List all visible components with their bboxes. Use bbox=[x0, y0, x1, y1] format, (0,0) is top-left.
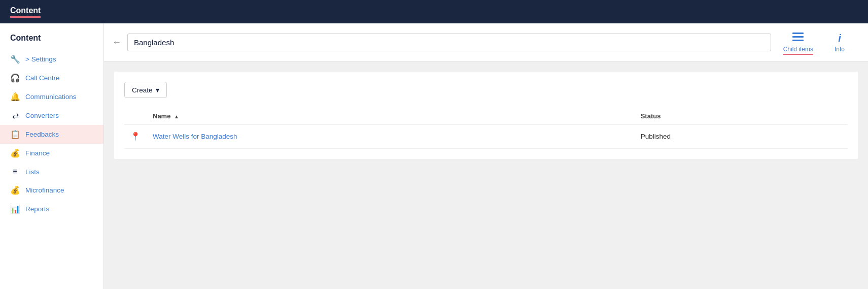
create-button-label: Create bbox=[132, 86, 153, 94]
pin-icon: 📍 bbox=[130, 132, 141, 141]
microfinance-icon: 💰 bbox=[10, 185, 20, 195]
sidebar-item-settings[interactable]: 🔧 > Settings bbox=[0, 50, 103, 69]
sidebar: Content 🔧 > Settings 🎧 Call Centre 🔔 Com… bbox=[0, 23, 104, 289]
content-area: ← Child items i Info bbox=[104, 23, 868, 289]
main-layout: Content 🔧 > Settings 🎧 Call Centre 🔔 Com… bbox=[0, 23, 868, 289]
sidebar-item-finance[interactable]: 💰 Finance bbox=[0, 144, 103, 163]
tab-child-items-label: Child items bbox=[783, 46, 813, 55]
data-table: Name ▲ Status 📍 bbox=[124, 108, 848, 149]
feedbacks-icon: 📋 bbox=[10, 130, 20, 139]
sidebar-item-call-centre[interactable]: 🎧 Call Centre bbox=[0, 69, 103, 87]
tab-info-label: Info bbox=[835, 46, 845, 55]
content-body: Create ▾ Name ▲ Status bbox=[104, 61, 868, 289]
converters-icon: ⇄ bbox=[10, 111, 20, 120]
create-button[interactable]: Create ▾ bbox=[124, 82, 167, 98]
col-status-label: Status bbox=[641, 112, 661, 120]
col-status-header: Status bbox=[635, 108, 848, 124]
sidebar-label-communications: Communications bbox=[25, 93, 77, 101]
info-tab-icon: i bbox=[838, 33, 841, 44]
breadcrumb-input[interactable] bbox=[127, 34, 771, 51]
sidebar-label-call-centre: Call Centre bbox=[25, 74, 60, 82]
lists-icon: ≡ bbox=[10, 167, 20, 176]
col-name-label: Name bbox=[153, 112, 170, 120]
app-title: Content bbox=[10, 6, 41, 18]
col-name-header[interactable]: Name ▲ bbox=[147, 108, 635, 124]
reports-icon: 📊 bbox=[10, 204, 20, 214]
sidebar-item-microfinance[interactable]: 💰 Microfinance bbox=[0, 181, 103, 200]
sidebar-item-communications[interactable]: 🔔 Communications bbox=[0, 87, 103, 106]
sidebar-item-converters[interactable]: ⇄ Converters bbox=[0, 106, 103, 125]
row-status-cell: Published bbox=[635, 124, 848, 149]
row-icon-cell: 📍 bbox=[124, 124, 147, 149]
child-items-tab-icon bbox=[792, 33, 804, 44]
svg-rect-0 bbox=[792, 33, 804, 34]
communications-icon: 🔔 bbox=[10, 92, 20, 102]
white-panel: Create ▾ Name ▲ Status bbox=[114, 72, 858, 159]
svg-rect-1 bbox=[792, 36, 804, 38]
sidebar-label-settings: > Settings bbox=[25, 55, 56, 63]
sidebar-label-microfinance: Microfinance bbox=[25, 186, 64, 194]
sidebar-label-feedbacks: Feedbacks bbox=[25, 131, 59, 138]
sort-asc-icon: ▲ bbox=[174, 114, 179, 119]
sidebar-label-finance: Finance bbox=[25, 149, 50, 157]
content-header: ← Child items i Info bbox=[104, 23, 868, 61]
call-centre-icon: 🎧 bbox=[10, 73, 20, 83]
back-button[interactable]: ← bbox=[112, 37, 121, 48]
sidebar-label-lists: Lists bbox=[25, 168, 40, 176]
top-bar: Content bbox=[0, 0, 868, 23]
create-dropdown-icon: ▾ bbox=[156, 86, 159, 94]
sidebar-item-reports[interactable]: 📊 Reports bbox=[0, 200, 103, 218]
col-pin-header bbox=[124, 108, 147, 124]
settings-icon: 🔧 bbox=[10, 54, 20, 64]
tab-info[interactable]: i Info bbox=[821, 29, 858, 55]
finance-icon: 💰 bbox=[10, 148, 20, 158]
sidebar-label-converters: Converters bbox=[25, 112, 59, 119]
sidebar-label-reports: Reports bbox=[25, 205, 49, 213]
tab-child-items[interactable]: Child items bbox=[777, 29, 819, 55]
sidebar-item-lists[interactable]: ≡ Lists bbox=[0, 163, 103, 181]
row-name-cell[interactable]: Water Wells for Bangladesh bbox=[147, 124, 635, 149]
svg-rect-2 bbox=[792, 40, 804, 41]
sidebar-heading: Content bbox=[0, 28, 103, 50]
tab-panel: Child items i Info bbox=[777, 29, 860, 55]
sidebar-item-feedbacks[interactable]: 📋 Feedbacks bbox=[0, 125, 103, 144]
table-row: 📍 Water Wells for Bangladesh Published bbox=[124, 124, 848, 149]
